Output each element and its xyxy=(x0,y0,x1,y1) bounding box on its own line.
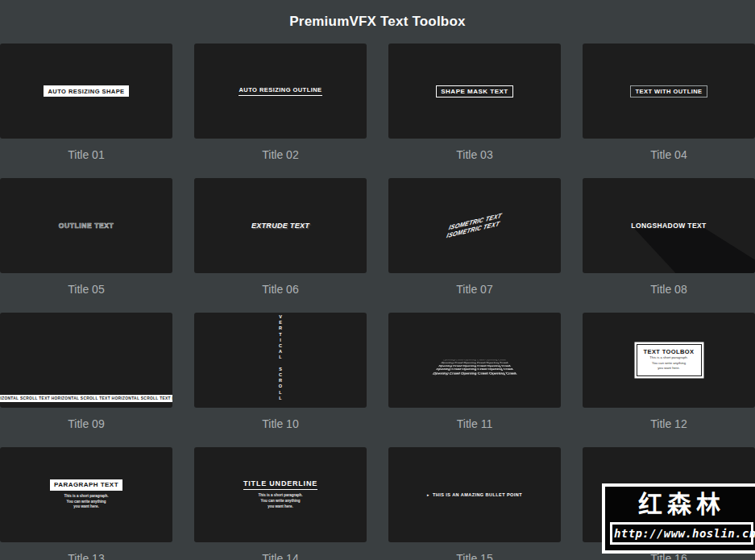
tile-title: Title 14 xyxy=(194,552,367,560)
template-grid: AUTO RESIZING SHAPE Title 01 AUTO RESIZI… xyxy=(0,44,755,560)
paragraph-title: PARAGRAPH TEXT xyxy=(50,479,122,491)
para-line-3: you want here. xyxy=(258,504,302,510)
preview-longshadow-text[interactable]: LONGSHADOW TEXT xyxy=(583,178,755,273)
preview-isometric-text[interactable]: ISOMETRIC TEXT ISOMETRIC TEXT xyxy=(388,178,561,273)
watermark-box: 红森林 http://www.hoslin.cn/ xyxy=(602,483,755,554)
tile-title: Title 01 xyxy=(0,148,172,161)
paragraph-lines: This is a short paragraph. You can write… xyxy=(64,494,108,511)
preview-auto-resizing-shape[interactable]: AUTO RESIZING SHAPE xyxy=(0,44,172,139)
tile-title: Title 09 xyxy=(0,417,172,430)
card-title: TEXT TOOLBOX xyxy=(644,348,695,355)
tile-title: Title 08 xyxy=(583,283,755,296)
preview-shape-mask-text[interactable]: SHAPE MASK TEXT xyxy=(388,44,561,139)
template-cell-07: ISOMETRIC TEXT ISOMETRIC TEXT Title 07 xyxy=(388,178,561,296)
preview-text-with-outline[interactable]: TEXT WITH OUTLINE xyxy=(583,44,755,139)
template-cell-02: AUTO RESIZING OUTLINE Title 02 xyxy=(194,44,367,161)
template-cell-13: PARAGRAPH TEXT This is a short paragraph… xyxy=(0,447,172,560)
preview-outline-text[interactable]: OUTLINE TEXT xyxy=(0,178,172,273)
tile-title: Title 16 xyxy=(583,552,755,560)
tile-title: Title 05 xyxy=(0,283,172,296)
template-cell-08: LONGSHADOW TEXT Title 08 xyxy=(583,178,755,296)
template-cell-04: TEXT WITH OUTLINE Title 04 xyxy=(583,44,755,161)
template-cell-12: TEXT TOOLBOX This is a short paragraph. … xyxy=(583,313,755,430)
tile-title: Title 10 xyxy=(194,417,367,430)
preview-paragraph-text[interactable]: PARAGRAPH TEXT This is a short paragraph… xyxy=(0,447,172,542)
bullet-icon: ▸ xyxy=(427,493,429,497)
template-cell-09: HORIZONTAL SCROLL TEXT HORIZONTAL SCROLL… xyxy=(0,313,172,430)
effect-text: THIS IS AN AMAZING BULLET POINT xyxy=(433,492,522,497)
underline-title: TITLE UNDERLINE xyxy=(243,479,317,491)
page-title: PremiumVFX Text Toolbox xyxy=(0,0,755,44)
text-card: TEXT TOOLBOX This is a short paragraph. … xyxy=(637,344,702,376)
tile-title: Title 07 xyxy=(388,283,561,296)
effect-text: Opening Crawl Opening Crawl Opening Craw… xyxy=(426,359,523,375)
template-cell-06: EXTRUDE TEXT Title 06 xyxy=(194,178,367,296)
effect-text: VERTICAL SCROLL TEXT xyxy=(278,314,283,406)
para-line-1: This is a short paragraph. xyxy=(64,494,108,500)
watermark-name: 红森林 xyxy=(610,491,753,519)
effect-text: HORIZONTAL SCROLL TEXT HORIZONTAL SCROLL… xyxy=(0,396,172,400)
preview-vertical-scroll-text[interactable]: VERTICAL SCROLL TEXT xyxy=(194,313,367,408)
effect-text: LONGSHADOW TEXT xyxy=(631,222,706,230)
template-cell-16: THIS IS AN AMAZING CHECKBOX 红森林 http://w… xyxy=(583,447,755,560)
effect-text: AUTO RESIZING SHAPE xyxy=(44,85,128,97)
tile-title: Title 13 xyxy=(0,552,172,560)
tile-title: Title 06 xyxy=(194,283,367,296)
preview-auto-resizing-outline[interactable]: AUTO RESIZING OUTLINE xyxy=(194,44,367,139)
scroll-strip: HORIZONTAL SCROLL TEXT HORIZONTAL SCROLL… xyxy=(0,395,172,402)
tile-title: Title 15 xyxy=(388,552,561,560)
template-cell-11: Opening Crawl Opening Crawl Opening Craw… xyxy=(388,313,561,430)
template-cell-03: SHAPE MASK TEXT Title 03 xyxy=(388,44,561,161)
tile-title: Title 12 xyxy=(583,417,755,430)
para-line-1: This is a short paragraph. xyxy=(258,493,302,499)
underline-block: TITLE UNDERLINE This is a short paragrap… xyxy=(243,479,317,510)
bullet-row: ▸ THIS IS AN AMAZING BULLET POINT xyxy=(427,492,522,497)
effect-text: TEXT WITH OUTLINE xyxy=(630,85,707,97)
para-line-2: You can write anything xyxy=(64,500,108,505)
template-cell-01: AUTO RESIZING SHAPE Title 01 xyxy=(0,44,172,161)
effect-text: ISOMETRIC TEXT ISOMETRIC TEXT xyxy=(446,212,504,240)
preview-title-underline[interactable]: TITLE UNDERLINE This is a short paragrap… xyxy=(194,447,367,542)
tile-title: Title 03 xyxy=(388,148,561,161)
card-line-1: This is a short paragraph. xyxy=(644,355,695,361)
preview-extrude-text[interactable]: EXTRUDE TEXT xyxy=(194,178,367,273)
preview-opening-crawl[interactable]: Opening Crawl Opening Crawl Opening Craw… xyxy=(388,313,561,408)
effect-text: SHAPE MASK TEXT xyxy=(436,85,513,97)
preview-bullet-point[interactable]: ▸ THIS IS AN AMAZING BULLET POINT xyxy=(388,447,561,542)
template-cell-05: OUTLINE TEXT Title 05 xyxy=(0,178,172,296)
preview-text-toolbox-card[interactable]: TEXT TOOLBOX This is a short paragraph. … xyxy=(583,313,755,408)
paragraph-block: PARAGRAPH TEXT This is a short paragraph… xyxy=(50,479,122,511)
template-cell-15: ▸ THIS IS AN AMAZING BULLET POINT Title … xyxy=(388,447,561,560)
effect-text: OUTLINE TEXT xyxy=(59,222,114,230)
card-line-3: you want here. xyxy=(644,366,695,371)
tile-title: Title 11 xyxy=(388,417,561,430)
card-line-2: You can write anything xyxy=(644,361,695,367)
tile-title: Title 04 xyxy=(583,148,755,161)
tile-title: Title 02 xyxy=(194,148,367,161)
watermark-url: http://www.hoslin.cn/ xyxy=(610,522,753,545)
effect-text: EXTRUDE TEXT xyxy=(251,222,309,230)
effect-text: AUTO RESIZING OUTLINE xyxy=(239,86,321,96)
template-cell-10: VERTICAL SCROLL TEXT Title 10 xyxy=(194,313,367,430)
template-cell-14: TITLE UNDERLINE This is a short paragrap… xyxy=(194,447,367,560)
para-line-2: You can write anything xyxy=(258,499,302,504)
paragraph-lines: This is a short paragraph. You can write… xyxy=(258,493,302,510)
para-line-3: you want here. xyxy=(64,504,108,510)
preview-horizontal-scroll-text[interactable]: HORIZONTAL SCROLL TEXT HORIZONTAL SCROLL… xyxy=(0,313,172,408)
